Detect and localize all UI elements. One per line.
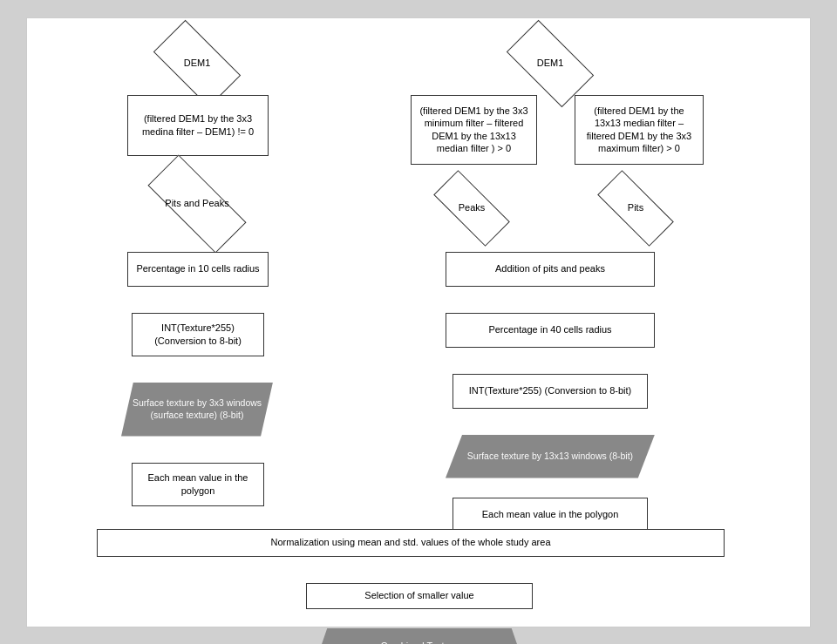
surface-13x13-parallelogram: Surface texture by 13x13 windows (8-bit) [446,435,655,478]
percentage-10-box: Percentage in 10 cells radius [127,252,269,287]
pits-diamond: Pits [599,191,672,226]
percentage-40-box: Percentage in 40 cells radius [446,313,655,348]
surface-3x3-parallelogram: Surface texture by 3x3 windows (surface … [121,383,273,437]
selection-box: Selection of smaller value [306,583,533,609]
page-container: DEM1 (filtered DEM1 by the 3x3 medina fi… [26,17,811,627]
filter-right-2-box: (filtered DEM1 by the 13x13 median filte… [575,95,704,165]
normalization-box: Normalization using mean and std. values… [97,529,725,557]
int-left-box: INT(Texture*255) (Conversion to 8-bit) [132,313,264,356]
mean-left-box: Each mean value in the polygon [132,463,264,506]
addition-box: Addition of pits and peaks [446,252,655,287]
filter-right-1-box: (filtered DEM1 by the 3x3 minimum filter… [411,95,537,165]
pits-peaks-diamond: Pits and Peaks [149,182,245,226]
filter-left-box: (filtered DEM1 by the 3x3 medina filter … [127,95,269,156]
dem1-right-diamond: DEM1 [511,41,589,86]
dem1-left-diamond: DEM1 [158,41,236,86]
mean-right-box: Each mean value in the polygon [453,498,648,532]
combined-texture-parallelogram: Combined Texture [315,628,524,645]
int-right-box: INT(Texture*255) (Conversion to 8-bit) [453,374,648,409]
peaks-diamond: Peaks [435,191,508,226]
